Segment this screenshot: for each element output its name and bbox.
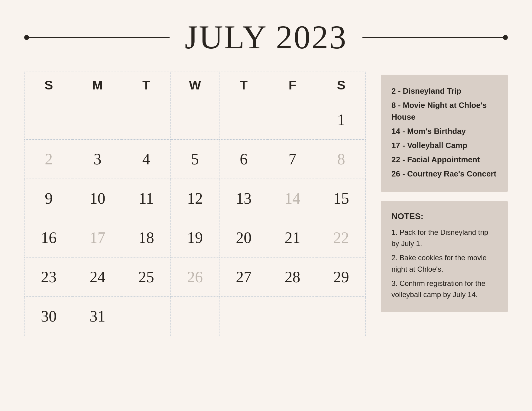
calendar-day-cell: 14: [268, 179, 317, 218]
right-dot-icon: [503, 35, 508, 40]
calendar-day-header: M: [73, 72, 122, 100]
calendar-day-cell: 24: [73, 257, 122, 297]
notes-list: 1. Pack for the Disneyland trip by July …: [391, 227, 497, 300]
calendar-day-cell: [317, 297, 365, 336]
calendar-day-cell: 6: [219, 140, 268, 179]
calendar-week-row: 1: [24, 100, 366, 140]
event-item: 14 - Mom's Birthday: [391, 125, 497, 137]
left-horizontal-line: [29, 37, 170, 38]
calendar-day-cell: [122, 297, 170, 336]
left-line-decoration: [24, 35, 170, 40]
calendar-day-cell: 1: [317, 100, 365, 140]
calendar-day-cell: 22: [317, 218, 365, 257]
event-item: 26 - Courtney Rae's Concert: [391, 168, 497, 180]
calendar-week-row: 23242526272829: [24, 257, 366, 297]
notes-box: NOTES: 1. Pack for the Disneyland trip b…: [381, 201, 508, 312]
calendar-day-cell: 31: [73, 297, 122, 336]
calendar-day-cell: 27: [219, 257, 268, 297]
calendar-day-cell: 23: [24, 257, 73, 297]
header: JULY 2023: [0, 0, 532, 66]
calendar-day-cell: 12: [170, 179, 219, 218]
calendar-day-cell: [24, 100, 73, 140]
calendar-day-cell: 26: [170, 257, 219, 297]
calendar-day-cell: [170, 297, 219, 336]
page-title: JULY 2023: [179, 18, 353, 57]
calendar-day-cell: 3: [73, 140, 122, 179]
calendar-week-row: 3031: [24, 297, 366, 336]
calendar-day-header: S: [317, 72, 365, 100]
calendar-week-row: 9101112131415: [24, 179, 366, 218]
calendar-day-cell: 17: [73, 218, 122, 257]
left-dot-icon: [24, 35, 29, 40]
calendar-week-row: 2345678: [24, 140, 366, 179]
calendar-section: SMTWTFS 12345678910111213141516171819202…: [24, 72, 366, 336]
calendar-day-cell: 5: [170, 140, 219, 179]
calendar-day-header: S: [24, 72, 73, 100]
calendar-day-cell: [73, 100, 122, 140]
main-content: SMTWTFS 12345678910111213141516171819202…: [0, 66, 532, 411]
calendar-day-cell: 29: [317, 257, 365, 297]
calendar-day-cell: 28: [268, 257, 317, 297]
event-item: 2 - Disneyland Trip: [391, 85, 497, 97]
calendar-day-cell: 25: [122, 257, 170, 297]
calendar-day-cell: 4: [122, 140, 170, 179]
calendar-day-cell: 21: [268, 218, 317, 257]
right-horizontal-line: [362, 37, 503, 38]
calendar-day-cell: 2: [24, 140, 73, 179]
calendar-day-cell: 16: [24, 218, 73, 257]
events-box: 2 - Disneyland Trip8 - Movie Night at Ch…: [381, 75, 508, 192]
calendar-day-cell: 9: [24, 179, 73, 218]
calendar-day-cell: [170, 100, 219, 140]
header-line-left: [24, 35, 179, 40]
calendar-day-cell: 13: [219, 179, 268, 218]
calendar-day-cell: 10: [73, 179, 122, 218]
header-line-right: [353, 35, 508, 40]
event-item: 8 - Movie Night at Chloe's House: [391, 99, 497, 123]
calendar-day-header: T: [219, 72, 268, 100]
calendar-table: SMTWTFS 12345678910111213141516171819202…: [24, 72, 366, 336]
calendar-day-cell: 18: [122, 218, 170, 257]
calendar-day-header: T: [122, 72, 170, 100]
calendar-day-cell: 30: [24, 297, 73, 336]
calendar-week-row: 16171819202122: [24, 218, 366, 257]
calendar-day-cell: 20: [219, 218, 268, 257]
sidebar: 2 - Disneyland Trip8 - Movie Night at Ch…: [381, 75, 508, 312]
calendar-day-cell: 11: [122, 179, 170, 218]
calendar-day-header: W: [170, 72, 219, 100]
calendar-header-row: SMTWTFS: [24, 72, 366, 100]
events-list: 2 - Disneyland Trip8 - Movie Night at Ch…: [391, 85, 497, 180]
calendar-day-cell: 7: [268, 140, 317, 179]
event-item: 22 - Facial Appointment: [391, 154, 497, 166]
calendar-day-cell: 15: [317, 179, 365, 218]
calendar-day-cell: [268, 100, 317, 140]
calendar-day-cell: [268, 297, 317, 336]
calendar-day-cell: [219, 100, 268, 140]
note-item: 2. Bake cookies for the movie night at C…: [391, 252, 497, 274]
calendar-day-cell: 19: [170, 218, 219, 257]
right-line-decoration: [362, 35, 508, 40]
calendar-day-header: F: [268, 72, 317, 100]
calendar-day-cell: [122, 100, 170, 140]
note-item: 1. Pack for the Disneyland trip by July …: [391, 227, 497, 249]
note-item: 3. Confirm registration for the volleyba…: [391, 278, 497, 300]
notes-title: NOTES:: [391, 212, 497, 221]
event-item: 17 - Volleyball Camp: [391, 140, 497, 151]
calendar-day-cell: 8: [317, 140, 365, 179]
calendar-day-cell: [219, 297, 268, 336]
